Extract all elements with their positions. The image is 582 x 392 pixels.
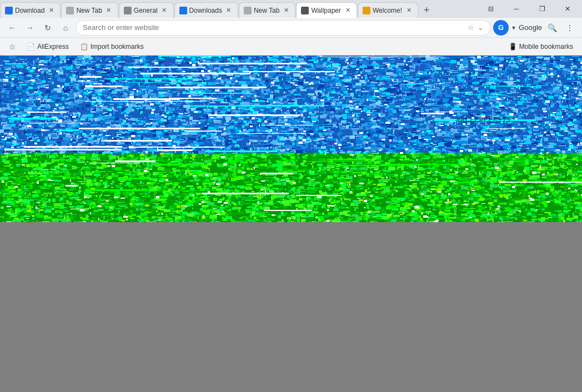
tab-favicon-tab-download1 <box>5 7 13 14</box>
tab-tab-newtab1[interactable]: New Tab✕ <box>61 2 118 18</box>
wallpaper-area <box>0 56 582 222</box>
back-button[interactable]: ← <box>4 20 20 36</box>
search-icon-btn[interactable]: 🔍 <box>544 20 560 36</box>
glitch-canvas <box>0 56 582 222</box>
tab-close-tab-download1[interactable]: ✕ <box>47 6 56 15</box>
tab-favicon-tab-newtab2 <box>244 7 252 14</box>
tab-favicon-tab-welcome <box>363 7 370 14</box>
refresh-button[interactable]: ↻ <box>40 20 56 36</box>
address-bar-input-wrap[interactable]: ☆ ⌄ <box>76 20 491 36</box>
star-icon[interactable]: ☆ <box>468 23 474 32</box>
profile-icon-btn[interactable]: ⊟ <box>479 0 503 18</box>
mobile-bookmarks-icon: 📱 <box>509 43 517 51</box>
mobile-bookmarks-label: Mobile bookmarks <box>519 43 573 51</box>
profile-dropdown-icon[interactable]: ▾ <box>511 24 516 32</box>
content-area <box>0 56 582 392</box>
forward-button[interactable]: → <box>22 20 38 36</box>
bookmark-import[interactable]: 📋 Import bookmarks <box>76 42 148 52</box>
minimize-button[interactable]: ─ <box>504 0 529 18</box>
tab-label-tab-newtab1: New Tab <box>76 7 102 14</box>
tab-label-tab-welcome: Welcome! <box>373 7 402 14</box>
import-favicon: 📋 <box>80 43 88 51</box>
mobile-bookmarks[interactable]: 📱 Mobile bookmarks <box>504 42 578 52</box>
bookmark-star-icon[interactable]: ☆ <box>4 39 20 54</box>
profile-button[interactable]: G <box>493 20 509 36</box>
import-label: Import bookmarks <box>91 43 144 51</box>
addressbar: ← → ↻ ⌂ ☆ ⌄ G ▾ Google 🔍 ⋮ <box>0 18 582 38</box>
close-button[interactable]: ✕ <box>555 0 580 18</box>
bookmarks-bar: ☆ 📄 AliExpress 📋 Import bookmarks 📱 Mobi… <box>0 38 582 56</box>
tab-close-tab-wallpaper[interactable]: ✕ <box>343 6 352 15</box>
tab-favicon-tab-newtab1 <box>66 7 74 14</box>
menu-button[interactable]: ⋮ <box>562 20 578 36</box>
tab-close-tab-general[interactable]: ✕ <box>160 6 169 15</box>
tab-tab-download2[interactable]: Downloads✕ <box>174 2 238 18</box>
titlebar: Download✕New Tab✕General✕Downloads✕New T… <box>0 0 582 18</box>
maximize-button[interactable]: ❐ <box>530 0 554 18</box>
tab-label-tab-newtab2: New Tab <box>254 7 279 14</box>
tab-tab-newtab2[interactable]: New Tab✕ <box>239 2 295 18</box>
tab-label-tab-download2: Downloads <box>189 7 222 14</box>
tab-tab-general[interactable]: General✕ <box>119 2 174 18</box>
tabs-container: Download✕New Tab✕General✕Downloads✕New T… <box>0 0 479 18</box>
new-tab-button[interactable]: + <box>419 2 434 18</box>
tab-close-tab-newtab2[interactable]: ✕ <box>282 6 290 15</box>
tab-tab-wallpaper[interactable]: Wallpaper✕ <box>296 2 357 18</box>
tab-tab-download1[interactable]: Download✕ <box>0 2 61 18</box>
split-icon[interactable]: ⌄ <box>478 23 484 32</box>
gray-area <box>0 222 582 392</box>
tab-close-tab-newtab1[interactable]: ✕ <box>104 6 113 15</box>
address-input[interactable] <box>83 23 464 32</box>
tab-tab-welcome[interactable]: Welcome!✕ <box>358 2 418 18</box>
tab-favicon-tab-wallpaper <box>301 7 309 14</box>
google-label: Google <box>519 23 542 32</box>
tab-label-tab-general: General <box>134 7 158 14</box>
tab-favicon-tab-download2 <box>179 7 187 14</box>
window-controls: ⊟ ─ ❐ ✕ <box>479 0 582 18</box>
tab-label-tab-wallpaper: Wallpaper <box>311 7 341 14</box>
aliexpress-label: AliExpress <box>37 43 69 51</box>
aliexpress-favicon: 📄 <box>27 43 35 51</box>
tab-close-tab-welcome[interactable]: ✕ <box>404 6 413 15</box>
tab-label-tab-download1: Download <box>15 7 44 14</box>
home-button[interactable]: ⌂ <box>58 20 73 36</box>
bookmark-aliexpress[interactable]: 📄 AliExpress <box>22 42 73 52</box>
tab-close-tab-download2[interactable]: ✕ <box>224 6 233 15</box>
tab-favicon-tab-general <box>124 7 132 14</box>
